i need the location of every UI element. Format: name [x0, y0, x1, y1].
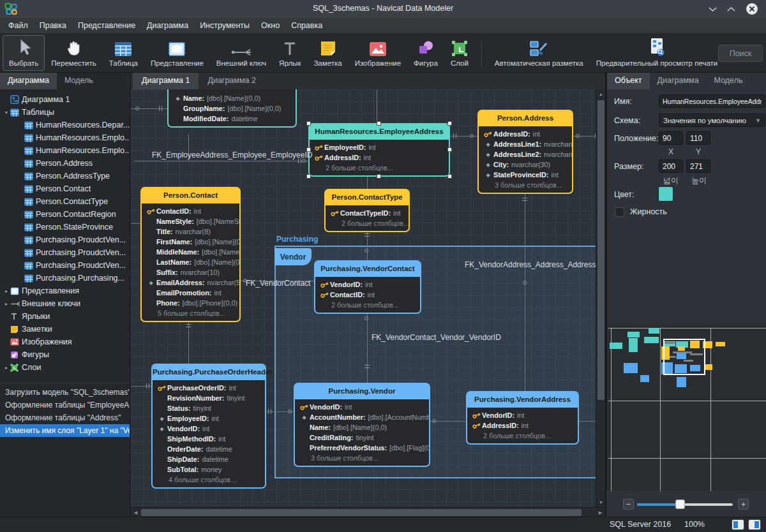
diagram-table[interactable]: Person.ContactTypeContactTypeID:int2 бол…: [324, 189, 410, 232]
scroll-up-icon[interactable]: ▲: [596, 89, 606, 99]
fk-label[interactable]: FK_VendorContact: [246, 279, 310, 288]
diagram-table[interactable]: Purchasing.VendorAddressVendorID:intAddr…: [466, 391, 579, 445]
zoom-slider-thumb[interactable]: [675, 499, 685, 509]
tab-model[interactable]: Модель: [57, 73, 101, 89]
history-item[interactable]: Загрузить модель "SQL_3schemas": [0, 386, 130, 399]
hscroll-thumb[interactable]: [141, 509, 582, 516]
vscroll-thumb[interactable]: [597, 100, 605, 400]
menu-item[interactable]: Окно: [255, 19, 285, 32]
tab-inspector-model[interactable]: Модель: [707, 73, 751, 89]
position-y-field[interactable]: [686, 131, 710, 145]
scroll-down-icon[interactable]: ▼: [596, 498, 606, 507]
selection-handle[interactable]: [377, 121, 381, 126]
name-field[interactable]: [659, 94, 765, 108]
toggle-left-panel-icon[interactable]: [732, 519, 744, 530]
position-x-field[interactable]: [659, 131, 683, 145]
tree-expand-icon[interactable]: ▸: [3, 301, 10, 307]
search-input[interactable]: Поиск: [718, 45, 763, 62]
diagram-table[interactable]: Purchasing.VendorContactVendorID:intCont…: [314, 260, 421, 314]
diagram-canvas[interactable]: PurchasingVendor◆Name:[dbo].[Name](0,0)G…: [131, 89, 596, 507]
tree-item[interactable]: Person.ContactRegion: [0, 208, 130, 221]
tree-item[interactable]: ▸Слои: [0, 361, 130, 374]
history-item[interactable]: Оформление таблицы "EmployeeA...: [0, 399, 130, 411]
tree-expand-icon[interactable]: ▸: [3, 365, 10, 371]
tree-item[interactable]: Заметки: [0, 323, 130, 336]
toolbar-view-button[interactable]: Представление: [144, 35, 210, 71]
tree-item[interactable]: Purchasing.ProudctVen...: [0, 259, 130, 272]
selection-handle[interactable]: [306, 121, 311, 126]
tree-item[interactable]: Person.StateProvince: [0, 221, 130, 233]
vertical-scrollbar[interactable]: ▲ ▼: [596, 89, 605, 507]
history-item[interactable]: Изменить имя слоя "Layer 1" на "Ve...: [0, 424, 130, 437]
layer-tag-vendor[interactable]: Vendor: [274, 248, 312, 265]
bold-checkbox[interactable]: [615, 207, 624, 217]
minimap-viewport[interactable]: [663, 339, 705, 375]
size-width-field[interactable]: [659, 159, 683, 173]
toggle-right-panel-icon[interactable]: [748, 519, 761, 530]
selection-handle[interactable]: [447, 174, 452, 179]
zoom-out-button[interactable]: −: [623, 499, 634, 510]
menu-item[interactable]: Правка: [34, 19, 72, 32]
scroll-right-icon[interactable]: ▶: [596, 508, 605, 517]
scroll-left-icon[interactable]: ◀: [131, 508, 140, 517]
menu-item[interactable]: Диаграмма: [141, 19, 194, 32]
tree-item[interactable]: HumanResources.Depar...: [0, 119, 130, 131]
tree-item[interactable]: Изображения: [0, 336, 130, 348]
tree-item[interactable]: Purchasing.Purchasing...: [0, 272, 130, 284]
menu-item[interactable]: Файл: [3, 19, 34, 32]
tree-item[interactable]: Purchasing.ProudctVen...: [0, 246, 130, 259]
color-swatch[interactable]: [658, 186, 673, 202]
toolbar-cursor-button[interactable]: Выбрать: [3, 35, 45, 71]
size-height-field[interactable]: [686, 159, 710, 173]
tree-item[interactable]: Purchasing.ProudctVen...: [0, 233, 130, 246]
selection-handle[interactable]: [447, 147, 452, 152]
maximize-button[interactable]: [727, 6, 735, 12]
minimap[interactable]: [608, 324, 766, 491]
diagram-table[interactable]: Person.AddressAddressID:int◆AddressLine1…: [477, 110, 573, 194]
tree-item[interactable]: Person.ContactType: [0, 195, 130, 208]
selection-handle[interactable]: [447, 121, 452, 126]
selection-handle[interactable]: [377, 174, 381, 179]
tab-diagram[interactable]: Диаграмма: [0, 73, 57, 89]
toolbar-note-button[interactable]: Заметка: [307, 35, 348, 71]
tree-expand-icon[interactable]: ▾: [3, 110, 10, 115]
tab-diagram-2[interactable]: Диаграмма 2: [199, 73, 264, 89]
toolbar-hand-button[interactable]: Переместить: [45, 35, 102, 71]
toolbar-fk-button[interactable]: Внешний ключ: [210, 35, 273, 71]
diagram-table[interactable]: HumanResources.EmployeeAddressEmployeeID…: [308, 123, 450, 177]
horizontal-scrollbar[interactable]: ◀ ▶: [131, 507, 605, 517]
tree-item[interactable]: Person.Address: [0, 157, 130, 170]
fk-label[interactable]: FK_VendorAddress_Address_AddressID: [465, 260, 596, 269]
toolbar-printpreview-button[interactable]: Предварительный просмотр печати: [590, 35, 725, 71]
zoom-in-button[interactable]: +: [738, 499, 749, 510]
diagram-table[interactable]: ◆Name:[dbo].[Name](0,0)GroupName:[dbo].[…: [167, 89, 297, 128]
history-item[interactable]: Оформление таблицы "Address": [0, 411, 130, 424]
tree-item[interactable]: Фигуры: [0, 348, 130, 361]
minimize-button[interactable]: [709, 6, 717, 12]
toolbar-shape-button[interactable]: Фигура: [407, 35, 444, 71]
toolbar-layer-button[interactable]: Слой: [444, 35, 475, 71]
tree-item[interactable]: HumanResources.Emplo...: [0, 144, 130, 157]
toolbar-table-button[interactable]: Таблица: [103, 35, 144, 71]
fk-label[interactable]: FK_VendorContact_Vendor_VendorID: [372, 333, 501, 342]
tree-item[interactable]: ▸Представления: [0, 284, 130, 297]
schema-select[interactable]: Значения по умолчанию▼: [659, 114, 765, 127]
menu-item[interactable]: Инструменты: [194, 19, 255, 32]
tree-item[interactable]: ▸Внешние ключи: [0, 297, 130, 310]
menu-item[interactable]: Представление: [72, 19, 141, 32]
tree-expand-icon[interactable]: ▸: [3, 288, 10, 294]
selection-handle[interactable]: [306, 174, 311, 179]
toolbar-autolayout-button[interactable]: Автоматическая разметка: [488, 35, 590, 71]
tree-item[interactable]: ▾Таблицы: [0, 106, 130, 119]
tree-item[interactable]: Person.AddressType: [0, 170, 130, 182]
diagram-table[interactable]: Purchasing.VendorVendorID:int◆AccountNum…: [294, 383, 430, 467]
tree-item[interactable]: Диаграмма 1: [0, 93, 130, 106]
tree-item[interactable]: Person.Contact: [0, 182, 130, 195]
tab-object[interactable]: Объект: [607, 73, 650, 89]
toolbar-label-button[interactable]: Ярлык: [273, 35, 307, 71]
menu-item[interactable]: Справка: [285, 19, 328, 32]
diagram-table[interactable]: Person.ContactContactID:intNameStyle:[db…: [140, 187, 241, 322]
tree-item[interactable]: HumanResources.Emplo...: [0, 131, 130, 144]
tab-inspector-diagram[interactable]: Диаграмма: [650, 73, 707, 89]
tab-diagram-1[interactable]: Диаграмма 1: [133, 73, 199, 89]
